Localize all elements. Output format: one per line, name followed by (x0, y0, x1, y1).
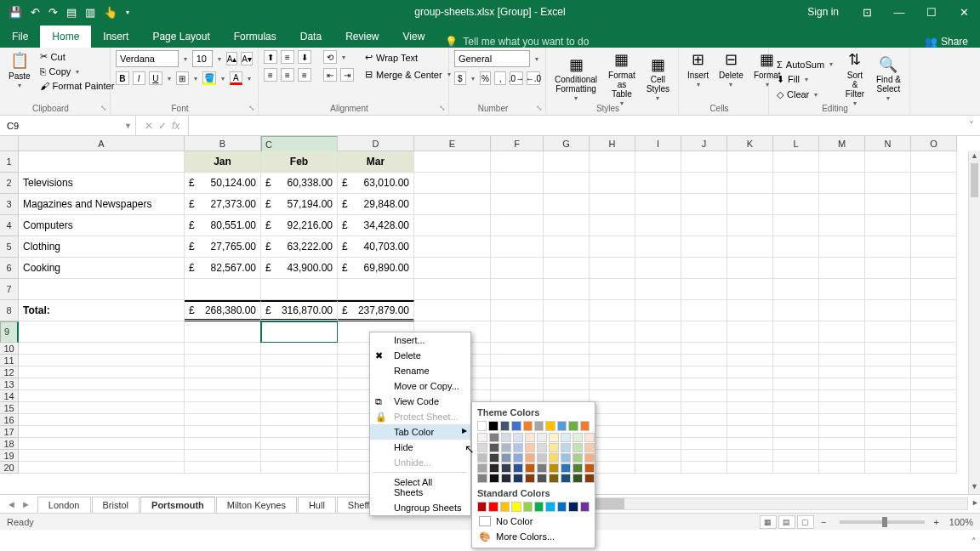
ctx-insert[interactable]: Insert... (370, 332, 470, 348)
prev-sheet-icon[interactable]: ◄ (7, 499, 16, 509)
cell[interactable] (773, 426, 819, 438)
row-header-6[interactable]: 6 (0, 258, 19, 279)
color-swatch[interactable] (500, 421, 510, 431)
cell[interactable] (19, 279, 185, 300)
cell[interactable] (19, 390, 185, 402)
cell[interactable] (773, 215, 819, 236)
cell[interactable] (491, 390, 544, 402)
col-header-J[interactable]: J (681, 136, 727, 151)
cell[interactable] (773, 258, 819, 279)
row-header-9[interactable]: 9 (0, 321, 19, 343)
color-swatch[interactable] (489, 443, 499, 452)
cell[interactable] (261, 378, 338, 390)
color-swatch[interactable] (513, 443, 523, 452)
cell[interactable] (544, 279, 590, 300)
chevron-down-icon[interactable]: ▼ (124, 122, 132, 130)
expand-formula-bar-icon[interactable]: ˅ (963, 116, 980, 135)
cell[interactable] (635, 355, 681, 366)
cell[interactable]: £50,124.00 (185, 173, 261, 194)
cell[interactable] (261, 414, 338, 426)
cell[interactable] (727, 438, 773, 450)
cell[interactable] (491, 321, 544, 343)
qat-icon[interactable]: ▤ (66, 6, 77, 19)
cell[interactable] (819, 366, 865, 378)
row-header-4[interactable]: 4 (0, 215, 19, 236)
cancel-formula-icon[interactable]: ✕ (145, 120, 153, 132)
save-icon[interactable]: 💾 (9, 6, 22, 19)
cell[interactable] (491, 366, 544, 378)
align-left-icon[interactable]: ≡ (264, 68, 277, 82)
cell[interactable] (911, 215, 957, 236)
ctx-move-copy[interactable]: Move or Copy... (370, 378, 470, 394)
cell[interactable] (911, 402, 957, 414)
color-swatch[interactable] (561, 453, 571, 463)
cell[interactable] (185, 438, 261, 450)
cell[interactable] (727, 279, 773, 300)
color-swatch[interactable] (523, 421, 533, 431)
cell[interactable] (590, 402, 635, 414)
tab-insert[interactable]: Insert (91, 26, 140, 48)
cell[interactable] (491, 355, 544, 366)
cell[interactable] (727, 402, 773, 414)
cell[interactable] (681, 414, 727, 426)
zoom-out-button[interactable]: − (821, 517, 826, 527)
cell[interactable] (19, 321, 185, 343)
cell[interactable] (819, 236, 865, 258)
cell[interactable] (544, 236, 590, 258)
color-swatch[interactable] (489, 433, 499, 442)
color-swatch[interactable] (568, 421, 578, 431)
cell[interactable] (681, 426, 727, 438)
cell[interactable]: £60,338.00 (261, 173, 338, 194)
row-header-19[interactable]: 19 (0, 450, 19, 462)
cell[interactable] (773, 173, 819, 194)
cell[interactable] (727, 343, 773, 355)
cell[interactable] (544, 194, 590, 215)
increase-decimal-icon[interactable]: .0→ (510, 71, 523, 85)
cell[interactable] (773, 355, 819, 366)
align-bottom-icon[interactable]: ⬇ (298, 50, 311, 64)
row-header-18[interactable]: 18 (0, 438, 19, 450)
find-select-button[interactable]: 🔍Find & Select▾ (873, 55, 904, 105)
dialog-launcher-icon[interactable]: ⤡ (248, 104, 255, 112)
color-swatch[interactable] (534, 502, 544, 512)
cell[interactable] (635, 194, 681, 215)
cell[interactable] (261, 355, 338, 366)
cell[interactable] (681, 402, 727, 414)
cell[interactable] (911, 450, 957, 462)
tab-page-layout[interactable]: Page Layout (140, 26, 221, 48)
zoom-slider[interactable] (840, 520, 925, 524)
cell[interactable] (911, 258, 957, 279)
cell[interactable] (773, 366, 819, 378)
cell[interactable] (727, 194, 773, 215)
sheet-tab[interactable]: Bristol (92, 497, 140, 513)
color-swatch[interactable] (537, 453, 547, 463)
cell[interactable] (911, 300, 957, 321)
cell[interactable] (544, 321, 590, 343)
cell[interactable] (773, 378, 819, 390)
tell-me[interactable]: 💡Tell me what you want to do (436, 36, 597, 48)
color-swatch[interactable] (557, 421, 567, 431)
cell[interactable] (773, 462, 819, 474)
cell[interactable] (865, 279, 911, 300)
cell[interactable]: Clothing (19, 236, 185, 258)
formula-input[interactable] (189, 116, 963, 135)
cell[interactable] (185, 426, 261, 438)
tab-formulas[interactable]: Formulas (222, 26, 288, 48)
cell[interactable] (727, 462, 773, 474)
cell[interactable] (590, 343, 635, 355)
cell[interactable] (681, 450, 727, 462)
increase-font-icon[interactable]: A▴ (226, 52, 238, 65)
font-color-button[interactable]: A (230, 71, 243, 85)
cell[interactable] (635, 300, 681, 321)
color-swatch[interactable] (488, 502, 498, 512)
cell[interactable] (681, 343, 727, 355)
sheet-tab[interactable]: Hull (298, 497, 336, 513)
tab-file[interactable]: File (0, 26, 40, 48)
cell[interactable]: £63,010.00 (338, 173, 414, 194)
cell[interactable] (819, 462, 865, 474)
color-swatch[interactable] (545, 502, 555, 512)
cell[interactable] (185, 366, 261, 378)
cell[interactable] (865, 462, 911, 474)
tab-home[interactable]: Home (40, 26, 91, 48)
cell[interactable] (819, 414, 865, 426)
